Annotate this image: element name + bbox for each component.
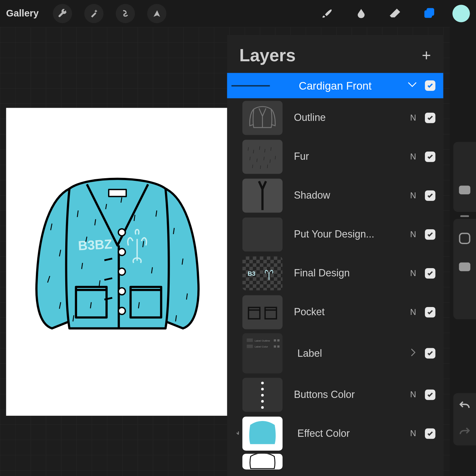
svg-point-61 [261,388,264,390]
svg-point-9 [118,307,125,314]
blend-mode[interactable]: N [409,191,417,200]
svg-line-45 [260,165,261,169]
visibility-checkbox[interactable] [425,389,435,400]
topbar: Gallery [0,0,476,27]
svg-point-63 [261,400,264,403]
layer-row[interactable]: B3 Final Design N [227,254,443,293]
layer-row[interactable]: Effect Color N [227,414,443,453]
svg-point-5 [118,229,125,236]
artboard[interactable]: B3BZ [6,108,229,416]
redo-button[interactable] [459,426,471,438]
svg-rect-48 [248,307,260,319]
svg-point-60 [261,381,264,384]
svg-rect-50 [265,307,276,319]
layer-thumb [242,101,283,135]
group-thumb [227,73,271,98]
layer-thumb [242,179,283,212]
visibility-checkbox[interactable] [425,151,435,162]
svg-text:B3BZ: B3BZ [78,237,113,253]
svg-rect-58 [274,346,276,348]
add-layer-button[interactable]: + [422,46,431,65]
layer-name: Buttons Color [283,389,402,401]
layer-thumb [242,454,283,469]
layers-panel: Layers + Cardigan Front Outline N [227,35,443,476]
blend-mode[interactable]: N [409,113,417,123]
wrench-icon[interactable] [53,4,72,23]
svg-point-8 [118,288,125,294]
svg-rect-10 [109,189,126,196]
svg-line-38 [271,147,271,151]
layer-name: Shadow [283,189,402,201]
layer-name: Final Design [283,267,402,279]
visibility-checkbox[interactable] [425,80,435,91]
layer-thumb [242,217,283,251]
layer-thumb: Label OutlineLabel Color [242,333,283,374]
layer-thumb: B3 [242,256,283,290]
layer-name: Fur [283,151,402,162]
layer-thumb [242,416,283,450]
selection-icon[interactable] [116,4,135,23]
blend-mode[interactable]: N [409,152,417,161]
chevron-down-icon[interactable] [407,82,417,90]
svg-rect-1 [427,8,434,16]
svg-line-41 [264,156,264,160]
svg-line-46 [267,164,267,168]
svg-rect-57 [277,339,280,342]
layer-group-row[interactable]: Cardigan Front [227,73,443,98]
blend-mode[interactable]: N [409,230,417,239]
cardigan-artwork: B3BZ [26,171,209,346]
layer-row[interactable]: Fur N [227,137,443,176]
svg-line-43 [275,156,275,159]
layer-name: Label [283,348,402,359]
layer-row[interactable]: Label OutlineLabel Color Label [227,331,443,375]
layer-row[interactable]: Outline N [227,98,443,137]
color-swatch[interactable] [452,5,470,22]
layers-title: Layers [239,45,295,65]
visibility-checkbox[interactable] [425,307,435,317]
blend-mode[interactable]: N [409,307,417,317]
svg-line-42 [270,159,270,163]
visibility-checkbox[interactable] [425,268,435,278]
svg-line-37 [265,149,265,152]
brush-opacity-slider[interactable] [453,219,476,319]
layer-name: Outline [283,112,402,124]
svg-point-64 [261,406,264,408]
blend-mode[interactable]: N [409,429,417,438]
layer-name: Pocket [283,306,402,318]
svg-point-6 [118,248,125,255]
layer-row[interactable]: Buttons Color N [227,375,443,414]
layer-row[interactable]: Put Your Design... N [227,215,443,254]
layer-row[interactable]: Shadow N [227,176,443,215]
svg-line-35 [253,150,254,153]
brush-icon[interactable] [316,5,338,22]
visibility-checkbox[interactable] [425,190,435,201]
gallery-button[interactable]: Gallery [6,8,39,19]
blend-mode[interactable]: N [409,390,417,399]
arrow-icon[interactable] [147,4,166,23]
svg-text:Label Color: Label Color [255,345,268,348]
visibility-checkbox[interactable] [425,428,435,439]
undo-button[interactable] [459,400,471,412]
blend-mode[interactable]: N [409,268,417,278]
layer-thumb [242,140,283,174]
brush-size-slider[interactable] [453,142,476,212]
layer-name: Effect Color [283,428,402,439]
svg-text:B3: B3 [248,270,256,277]
eraser-icon[interactable] [384,5,406,22]
svg-rect-52 [247,338,253,342]
svg-line-34 [248,147,248,151]
svg-rect-53 [247,345,253,348]
visibility-checkbox[interactable] [425,229,435,239]
layer-row[interactable] [227,453,443,470]
svg-line-39 [250,156,250,160]
layer-row[interactable]: Pocket N [227,293,443,331]
layers-icon[interactable] [418,5,440,22]
svg-rect-59 [277,346,280,348]
visibility-checkbox[interactable] [425,348,435,359]
wand-icon[interactable] [84,4,103,23]
layer-thumb [242,378,283,411]
smudge-icon[interactable] [350,5,372,22]
chevron-right-icon[interactable] [409,348,417,359]
visibility-checkbox[interactable] [425,112,435,123]
svg-line-44 [252,164,253,168]
